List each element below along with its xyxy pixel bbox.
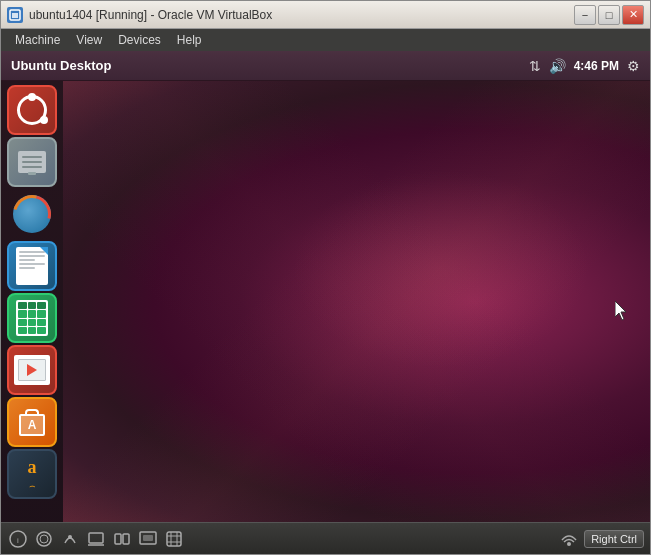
taskbar-icon-3[interactable] (59, 528, 81, 550)
calc-cell-11 (28, 327, 37, 334)
bag-body: A (19, 414, 45, 436)
volume-icon[interactable]: 🔊 (549, 58, 566, 74)
menu-view[interactable]: View (68, 31, 110, 49)
doc-line-1 (19, 251, 45, 253)
calc-cell-6 (37, 310, 46, 317)
drawer-handle (28, 172, 36, 175)
amazon-icon-visual: a ⌢ (28, 457, 37, 492)
calc-cell-10 (18, 327, 27, 334)
calc-cell-2 (28, 302, 37, 309)
title-bar: ubuntu1404 [Running] - Oracle VM Virtual… (1, 1, 650, 29)
taskbar-icon-5[interactable] (111, 528, 133, 550)
launcher-calc[interactable] (7, 293, 57, 343)
calc-cell-12 (37, 327, 46, 334)
calc-cell-3 (37, 302, 46, 309)
maximize-button[interactable]: □ (598, 5, 620, 25)
menu-machine[interactable]: Machine (7, 31, 68, 49)
launcher-firefox[interactable] (7, 189, 57, 239)
doc-line-2 (19, 255, 45, 257)
right-ctrl-badge[interactable]: Right Ctrl (584, 530, 644, 548)
doc-line-3 (19, 259, 35, 261)
taskbar-icon-2[interactable] (33, 528, 55, 550)
svg-rect-11 (123, 534, 129, 544)
svg-rect-14 (167, 532, 181, 546)
settings-icon[interactable]: ⚙ (627, 58, 640, 74)
impress-icon-visual (14, 355, 50, 385)
ubuntu-desktop-label: Ubuntu Desktop (11, 58, 529, 73)
svg-point-19 (567, 542, 571, 546)
menu-help[interactable]: Help (169, 31, 210, 49)
svg-rect-13 (143, 535, 153, 541)
launcher-writer[interactable] (7, 241, 57, 291)
clock-display[interactable]: 4:46 PM (574, 59, 619, 73)
window-controls: − □ ✕ (574, 5, 644, 25)
menu-devices[interactable]: Devices (110, 31, 169, 49)
svg-point-5 (37, 532, 51, 546)
launcher-impress[interactable] (7, 345, 57, 395)
taskbar: i (1, 522, 650, 554)
taskbar-icon-1[interactable]: i (7, 528, 29, 550)
launcher-amazon[interactable]: a ⌢ (7, 449, 57, 499)
virtualbox-window: ubuntu1404 [Running] - Oracle VM Virtual… (0, 0, 651, 555)
amazon-smile: ⌢ (29, 480, 36, 492)
launcher-files[interactable] (7, 137, 57, 187)
drawer-line-2 (22, 161, 42, 163)
svg-point-7 (68, 535, 72, 539)
impress-play-triangle (27, 364, 37, 376)
svg-rect-1 (12, 13, 18, 18)
appstore-icon-visual: A (19, 409, 45, 436)
calc-cell-8 (28, 319, 37, 326)
ubuntu-topbar: Ubuntu Desktop ⇅ 🔊 4:46 PM ⚙ (1, 51, 650, 81)
svg-marker-2 (615, 301, 626, 320)
firefox-icon-visual (11, 193, 53, 235)
calc-cell-4 (18, 310, 27, 317)
close-button[interactable]: ✕ (622, 5, 644, 25)
window-title: ubuntu1404 [Running] - Oracle VM Virtual… (29, 8, 574, 22)
drawer-line-3 (22, 166, 42, 168)
svg-rect-10 (115, 534, 121, 544)
topbar-system-icons: ⇅ 🔊 4:46 PM ⚙ (529, 58, 640, 74)
svg-text:i: i (17, 536, 19, 545)
taskbar-network-icon[interactable] (558, 528, 580, 550)
files-icon-visual (18, 151, 46, 173)
calc-cell-1 (18, 302, 27, 309)
doc-line-4 (19, 263, 45, 265)
calc-cell-7 (18, 319, 27, 326)
firefox-flame (7, 189, 57, 239)
doc-line-5 (19, 267, 35, 269)
svg-point-6 (40, 535, 48, 543)
window-icon (7, 7, 23, 23)
drawer-visual (18, 151, 46, 173)
unity-launcher: A a ⌢ (1, 81, 63, 522)
calc-icon-visual (16, 300, 48, 336)
taskbar-icon-6[interactable] (137, 528, 159, 550)
calc-cell-9 (37, 319, 46, 326)
impress-slide (18, 359, 46, 381)
calc-cell-5 (28, 310, 37, 317)
launcher-software-center[interactable]: A (7, 397, 57, 447)
drawer-line-1 (22, 156, 42, 158)
taskbar-icon-4[interactable] (85, 528, 107, 550)
amazon-letter: a (28, 457, 37, 478)
menu-bar: Machine View Devices Help (1, 29, 650, 51)
taskbar-icon-7[interactable] (163, 528, 185, 550)
svg-rect-8 (89, 533, 103, 543)
desktop-wallpaper[interactable] (63, 81, 650, 522)
ubuntu-logo (17, 95, 47, 125)
writer-icon-visual (16, 247, 48, 285)
desktop-area: A a ⌢ (1, 81, 650, 522)
launcher-ubuntu-home[interactable] (7, 85, 57, 135)
network-icon[interactable]: ⇅ (529, 58, 541, 74)
minimize-button[interactable]: − (574, 5, 596, 25)
